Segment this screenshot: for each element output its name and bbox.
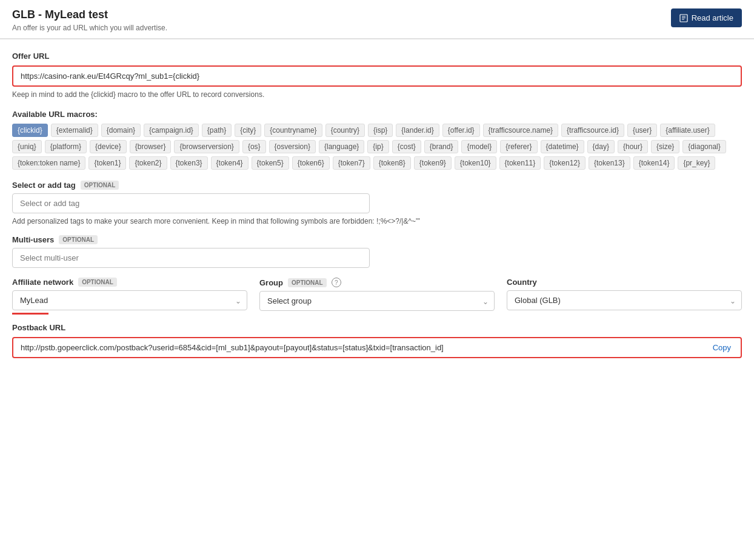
macro-tag[interactable]: {language}: [319, 140, 364, 153]
macro-tag[interactable]: {token3}: [170, 156, 208, 170]
macro-tag[interactable]: {path}: [202, 124, 232, 137]
country-select[interactable]: Global (GLB): [507, 290, 742, 310]
macro-tag[interactable]: {uniq}: [12, 140, 42, 153]
macro-tag[interactable]: {token12}: [544, 156, 586, 170]
macro-tag[interactable]: {osversion}: [269, 140, 316, 153]
macro-tag[interactable]: {user}: [627, 124, 657, 137]
macro-tag[interactable]: {affiliate.user}: [660, 124, 715, 137]
macro-tag[interactable]: {token1}: [88, 156, 126, 170]
offer-url-section: Offer URL Keep in mind to add the {click…: [12, 52, 742, 99]
copy-button[interactable]: Copy: [710, 343, 733, 352]
macro-tag[interactable]: {isp}: [368, 124, 393, 137]
tag-input[interactable]: [12, 193, 370, 213]
macro-tag[interactable]: {token14}: [633, 156, 675, 170]
header: GLB - MyLead test An offer is your ad UR…: [0, 0, 754, 39]
multiusers-optional-badge: OPTIONAL: [59, 235, 98, 244]
macro-tag[interactable]: {datetime}: [541, 140, 584, 153]
macro-tag[interactable]: {trafficsource.name}: [483, 124, 559, 137]
macros-title: Available URL macros:: [12, 110, 742, 119]
tag-hint: Add personalized tags to make your searc…: [12, 217, 742, 225]
macro-tag[interactable]: {pr_key}: [678, 156, 715, 170]
offer-url-hint: Keep in mind to add the {clickid} macro …: [12, 90, 742, 99]
macro-tag[interactable]: {country}: [325, 124, 365, 137]
postback-url-text: http://pstb.gopeerclick.com/postback?use…: [21, 343, 710, 352]
multiusers-section: Multi-users OPTIONAL: [12, 235, 742, 268]
macros-section: Available URL macros: {clickid}{external…: [12, 110, 742, 170]
tag-label-row: Select or add tag OPTIONAL: [12, 181, 742, 190]
multiusers-input[interactable]: [12, 248, 370, 268]
macro-tag[interactable]: {token2}: [129, 156, 167, 170]
macro-tag[interactable]: {hour}: [618, 140, 648, 153]
macro-tag[interactable]: {token5}: [252, 156, 289, 170]
macro-tag[interactable]: {referer}: [500, 140, 537, 153]
read-article-label: Read article: [692, 13, 733, 22]
three-col-row: Affiliate network OPTIONAL MyLead Group …: [12, 278, 742, 315]
tag-label: Select or add tag: [12, 181, 76, 190]
multiusers-label: Multi-users: [12, 235, 54, 244]
macro-tag[interactable]: {countryname}: [264, 124, 322, 137]
affiliate-select-wrapper: MyLead: [12, 290, 247, 310]
group-help-icon[interactable]: ?: [332, 278, 341, 287]
affiliate-underline: [12, 313, 48, 315]
macro-tag[interactable]: {device}: [90, 140, 127, 153]
macro-tag[interactable]: {token:token name}: [12, 156, 85, 170]
group-label: Group: [259, 278, 283, 287]
page-title: GLB - MyLead test: [12, 8, 167, 21]
country-field: Country Global (GLB): [507, 278, 742, 315]
macro-tag[interactable]: {token10}: [455, 156, 496, 170]
macro-tag[interactable]: {token11}: [499, 156, 541, 170]
affiliate-label: Affiliate network: [12, 278, 73, 287]
macro-tag[interactable]: {model}: [461, 140, 497, 153]
group-select[interactable]: Select group: [259, 291, 495, 311]
read-article-button[interactable]: Read article: [671, 8, 742, 27]
affiliate-label-row: Affiliate network OPTIONAL: [12, 278, 247, 287]
country-label-row: Country: [507, 278, 742, 287]
macro-tag[interactable]: {size}: [651, 140, 679, 153]
offer-url-input-wrapper[interactable]: [12, 65, 742, 87]
affiliate-select[interactable]: MyLead: [12, 290, 247, 310]
postback-input-wrapper: http://pstb.gopeerclick.com/postback?use…: [12, 337, 742, 358]
macro-tag[interactable]: {token7}: [333, 156, 370, 170]
postback-label: Postback URL: [12, 323, 742, 332]
macro-tag[interactable]: {day}: [587, 140, 615, 153]
macro-tag[interactable]: {token4}: [211, 156, 249, 170]
group-optional-badge: OPTIONAL: [288, 278, 327, 287]
tag-section: Select or add tag OPTIONAL Add personali…: [12, 181, 742, 225]
macro-tag[interactable]: {city}: [235, 124, 261, 137]
affiliate-field: Affiliate network OPTIONAL MyLead: [12, 278, 247, 315]
offer-url-input[interactable]: [21, 72, 733, 81]
macro-tag[interactable]: {token6}: [292, 156, 330, 170]
header-left: GLB - MyLead test An offer is your ad UR…: [12, 8, 167, 32]
macro-tag[interactable]: {token8}: [373, 156, 411, 170]
macro-tag[interactable]: {browser}: [130, 140, 172, 153]
macro-tag[interactable]: {os}: [242, 140, 266, 153]
group-select-wrapper: Select group: [259, 291, 495, 311]
macro-tag[interactable]: {brand}: [424, 140, 459, 153]
macro-tag[interactable]: {trafficsource.id}: [561, 124, 624, 137]
book-icon: [679, 14, 688, 22]
macro-tag[interactable]: {browserversion}: [174, 140, 239, 153]
page: GLB - MyLead test An offer is your ad UR…: [0, 0, 754, 560]
macro-tag[interactable]: {lander.id}: [396, 124, 439, 137]
group-label-row: Group OPTIONAL ?: [259, 278, 495, 287]
multiusers-label-row: Multi-users OPTIONAL: [12, 235, 742, 244]
macro-tag[interactable]: {token9}: [414, 156, 452, 170]
macro-tag[interactable]: {externalid}: [51, 124, 98, 137]
macro-tag[interactable]: {domain}: [101, 124, 141, 137]
macro-tag[interactable]: {cost}: [392, 140, 421, 153]
macro-tag[interactable]: {platform}: [45, 140, 87, 153]
macro-tag[interactable]: {diagonal}: [682, 140, 726, 153]
macro-tag[interactable]: {offer.id}: [442, 124, 480, 137]
page-subtitle: An offer is your ad URL which you will a…: [12, 24, 167, 32]
macro-tag[interactable]: {clickid}: [12, 124, 48, 137]
postback-section: Postback URL http://pstb.gopeerclick.com…: [12, 323, 742, 358]
macro-tag[interactable]: {ip}: [367, 140, 389, 153]
offer-url-label: Offer URL: [12, 52, 742, 61]
tag-optional-badge: OPTIONAL: [81, 181, 119, 190]
group-field: Group OPTIONAL ? Select group: [259, 278, 495, 315]
affiliate-optional-badge: OPTIONAL: [78, 278, 117, 287]
macro-tag[interactable]: {token13}: [589, 156, 630, 170]
macros-list: {clickid}{externalid}{domain}{campaign.i…: [12, 124, 742, 170]
country-select-wrapper: Global (GLB): [507, 290, 742, 310]
macro-tag[interactable]: {campaign.id}: [144, 124, 199, 137]
